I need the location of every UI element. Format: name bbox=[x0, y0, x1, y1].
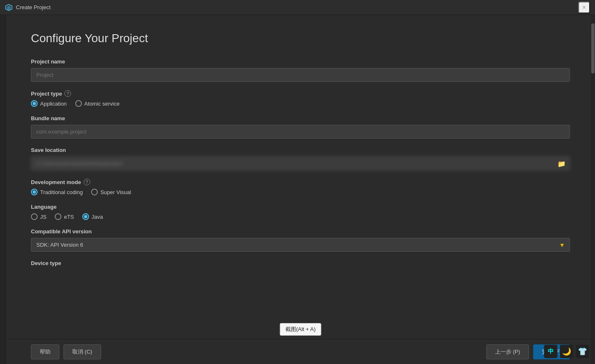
dev-mode-help-icon[interactable]: ? bbox=[84, 179, 90, 185]
save-location-wrap: 📁 bbox=[31, 157, 570, 170]
close-button[interactable]: × bbox=[578, 2, 590, 13]
left-sidebar bbox=[0, 15, 6, 364]
bundle-name-group: Bundle name bbox=[31, 115, 570, 139]
radio-super-visual-label: Super Visual bbox=[100, 189, 131, 195]
radio-js[interactable]: JS bbox=[31, 213, 46, 220]
content-area: Configure Your Project Project name Proj… bbox=[6, 15, 595, 364]
project-type-radio-group: Application Atomic service bbox=[31, 100, 570, 107]
dialog-body: Configure Your Project Project name Proj… bbox=[6, 15, 595, 339]
radio-ets-label: eTS bbox=[64, 214, 74, 220]
folder-browse-button[interactable]: 📁 bbox=[557, 159, 567, 168]
dialog-title: Configure Your Project bbox=[31, 32, 570, 45]
bundle-name-input[interactable] bbox=[31, 125, 570, 139]
project-type-group: Project type ? Application Atomic servic… bbox=[31, 90, 570, 107]
project-type-help-icon[interactable]: ? bbox=[64, 90, 71, 97]
help-button[interactable]: 帮助 bbox=[31, 344, 59, 359]
api-version-label: Compatible API version bbox=[31, 228, 570, 235]
language-toggle-button[interactable]: 中 bbox=[544, 345, 557, 358]
dev-mode-label: Development mode ? bbox=[31, 179, 570, 185]
project-name-label: Project name bbox=[31, 58, 570, 65]
api-version-select[interactable]: SDK: API Version 6 SDK: API Version 7 SD… bbox=[31, 238, 570, 252]
bottom-bar: 帮助 取消 (C) 上一步 (P) 完成 (F) bbox=[6, 339, 595, 364]
bundle-name-label: Bundle name bbox=[31, 115, 570, 121]
radio-js-dot bbox=[31, 213, 38, 220]
corner-icons: 中 🌙 👕 bbox=[544, 345, 589, 358]
dev-mode-radio-group: Traditional coding Super Visual bbox=[31, 189, 570, 195]
radio-java-label: Java bbox=[92, 214, 103, 220]
title-bar-title: Create Project bbox=[16, 4, 51, 10]
radio-atomic-service-dot bbox=[75, 100, 82, 107]
language-radio-group: JS eTS Java bbox=[31, 213, 570, 220]
language-label: Language bbox=[31, 204, 570, 210]
api-version-select-wrap: SDK: API Version 6 SDK: API Version 7 SD… bbox=[31, 238, 570, 252]
radio-js-label: JS bbox=[40, 214, 46, 220]
radio-super-visual-dot bbox=[91, 189, 98, 195]
prev-button[interactable]: 上一步 (P) bbox=[486, 344, 529, 359]
radio-java[interactable]: Java bbox=[82, 213, 103, 220]
dev-mode-group: Development mode ? Traditional coding Su… bbox=[31, 179, 570, 195]
theme-toggle-button[interactable]: 🌙 bbox=[560, 345, 573, 358]
api-version-group: Compatible API version SDK: API Version … bbox=[31, 228, 570, 252]
svg-marker-1 bbox=[7, 5, 11, 10]
radio-atomic-service[interactable]: Atomic service bbox=[75, 100, 120, 107]
radio-application[interactable]: Application bbox=[31, 100, 67, 107]
radio-traditional-label: Traditional coding bbox=[40, 189, 83, 195]
bottom-left: 帮助 取消 (C) bbox=[31, 344, 101, 359]
language-group: Language JS eTS Java bbox=[31, 204, 570, 220]
radio-atomic-service-label: Atomic service bbox=[84, 101, 120, 107]
device-type-label: Device type bbox=[31, 260, 570, 266]
tooltip-popup: 截图(Alt + A) bbox=[280, 323, 321, 336]
radio-traditional[interactable]: Traditional coding bbox=[31, 189, 83, 195]
title-bar: Create Project × bbox=[0, 0, 595, 15]
radio-super-visual[interactable]: Super Visual bbox=[91, 189, 131, 195]
project-type-label: Project type ? bbox=[31, 90, 570, 97]
scrollbar[interactable] bbox=[591, 15, 595, 364]
radio-application-label: Application bbox=[40, 101, 67, 107]
radio-ets[interactable]: eTS bbox=[55, 213, 74, 220]
cancel-button[interactable]: 取消 (C) bbox=[64, 344, 101, 359]
dialog: Configure Your Project Project name Proj… bbox=[6, 15, 595, 364]
avatar-button[interactable]: 👕 bbox=[576, 345, 589, 358]
radio-traditional-dot bbox=[31, 189, 38, 195]
save-location-group: Save location 📁 bbox=[31, 147, 570, 170]
radio-ets-dot bbox=[55, 213, 61, 220]
app-icon bbox=[5, 4, 13, 11]
radio-java-dot bbox=[82, 213, 89, 220]
radio-application-dot bbox=[31, 100, 38, 107]
save-location-label: Save location bbox=[31, 147, 570, 153]
project-name-input[interactable] bbox=[31, 68, 570, 82]
project-name-group: Project name bbox=[31, 58, 570, 82]
title-bar-left: Create Project bbox=[5, 4, 51, 11]
save-location-input[interactable] bbox=[31, 157, 570, 170]
main-container: Configure Your Project Project name Proj… bbox=[0, 15, 595, 364]
scrollbar-thumb bbox=[591, 23, 595, 73]
device-type-group: Device type bbox=[31, 260, 570, 266]
